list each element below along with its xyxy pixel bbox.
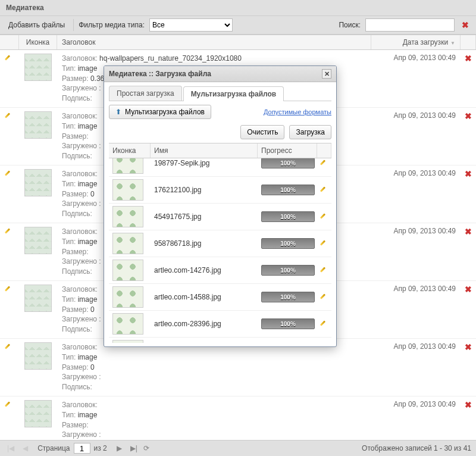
- dlg-col-icon[interactable]: Иконка: [109, 143, 151, 158]
- edit-icon[interactable]: [321, 266, 329, 274]
- upload-thumb: [112, 206, 143, 227]
- dialog-close-icon[interactable]: ✕: [322, 69, 331, 79]
- upload-thumb: [112, 158, 143, 174]
- edit-icon[interactable]: [5, 111, 14, 120]
- upload-row[interactable]: artleo.com-14276.jpg100%: [109, 257, 331, 284]
- pager-first-icon[interactable]: |◀: [5, 443, 17, 454]
- pager-display-info: Отображено записей 1 - 30 из 41: [362, 444, 471, 452]
- dialog-tabs: Простая загрузка Мультизагрузка файлов: [109, 86, 331, 101]
- thumbnail[interactable]: [24, 54, 52, 81]
- edit-icon[interactable]: [5, 342, 14, 351]
- row-date: Апр 09, 2013 00:49: [371, 165, 461, 223]
- delete-icon[interactable]: ✖: [462, 169, 474, 179]
- app-title: Медиатека: [0, 0, 476, 16]
- add-files-button[interactable]: Добавить файлы: [5, 19, 68, 31]
- upload-thumb: [112, 233, 143, 254]
- pager: |◀ ◀ Страница из 2 ▶ ▶| ⟳ Отображено зап…: [0, 440, 476, 456]
- upload-row[interactable]: artleo.com-28396.jpg100%: [109, 311, 331, 338]
- edit-icon[interactable]: [321, 319, 329, 327]
- row-date: Апр 09, 2013 00:49: [371, 281, 461, 338]
- thumbnail[interactable]: [24, 400, 52, 427]
- dlg-col-progress[interactable]: Прогресс: [258, 143, 317, 158]
- upload-thumb: [112, 260, 143, 281]
- clear-button[interactable]: Очистить: [240, 125, 284, 139]
- upload-row[interactable]: artleo.com-41588.jpg100%: [109, 338, 331, 343]
- pager-of-label: из 2: [94, 444, 107, 452]
- pager-prev-icon[interactable]: ◀: [20, 443, 30, 454]
- main-toolbar: Добавить файлы Фильтр медиа типа: Все По…: [0, 16, 476, 35]
- edit-icon[interactable]: [321, 212, 329, 220]
- multi-upload-button[interactable]: ⬆ Мультизагрузка файлов: [109, 105, 211, 119]
- pager-next-icon[interactable]: ▶: [114, 443, 124, 454]
- tab-simple-upload[interactable]: Простая загрузка: [109, 86, 182, 101]
- delete-icon[interactable]: ✖: [462, 111, 474, 121]
- edit-icon[interactable]: [5, 227, 14, 235]
- delete-icon[interactable]: ✖: [462, 285, 474, 294]
- delete-icon[interactable]: ✖: [462, 342, 474, 352]
- upload-filename: artleo.com-14588.jpg: [151, 291, 258, 304]
- row-date: Апр 09, 2013 00:49: [371, 108, 461, 165]
- dlg-col-name[interactable]: Имя: [151, 143, 258, 158]
- edit-icon[interactable]: [321, 158, 329, 167]
- progress-bar: 100%: [261, 158, 315, 168]
- col-header-date[interactable]: Дата загрузки: [371, 35, 461, 49]
- thumbnail[interactable]: [24, 169, 52, 196]
- toolbar-separator: [73, 19, 74, 31]
- tab-multi-upload[interactable]: Мультизагрузка файлов: [183, 86, 284, 101]
- delete-icon[interactable]: ✖: [462, 400, 474, 410]
- progress-bar: 100%: [261, 265, 315, 276]
- thumbnail[interactable]: [24, 227, 52, 254]
- row-details: Заголовок: Тип: imageРазмер: 0Загружено …: [57, 339, 371, 396]
- thumbnail[interactable]: [24, 111, 52, 139]
- table-row[interactable]: Заголовок: Тип: imageРазмер: 0Загружено …: [0, 339, 476, 396]
- edit-icon[interactable]: [5, 54, 14, 62]
- upload-row[interactable]: artleo.com-14588.jpg100%: [109, 284, 331, 311]
- allowed-formats-link[interactable]: Допустимые форматы: [264, 108, 331, 115]
- thumbnail[interactable]: [24, 285, 52, 312]
- upload-row[interactable]: 176212100.jpg100%: [109, 177, 331, 204]
- row-date: Апр 09, 2013 00:49: [371, 339, 461, 396]
- search-label: Поиск:: [339, 21, 361, 29]
- grid-header: Иконка Заголовок Дата загрузки: [0, 35, 476, 50]
- upload-row[interactable]: 454917675.jpg100%: [109, 204, 331, 230]
- col-header-title[interactable]: Заголовок: [57, 35, 371, 49]
- upload-thumb: [112, 340, 143, 343]
- media-filter-label: Фильтр медиа типа:: [79, 21, 145, 29]
- clear-search-icon[interactable]: ✖: [459, 20, 471, 30]
- upload-dialog: Медиатека :: Загрузка файла ✕ Простая за…: [104, 65, 337, 347]
- row-details: Заголовок: Тип: imageРазмер: Загружено :…: [57, 396, 371, 443]
- pager-last-icon[interactable]: ▶|: [128, 443, 140, 454]
- upload-grid-header: Иконка Имя Прогресс: [109, 143, 331, 158]
- upload-grid-body[interactable]: 198797-Sepik.jpg100%176212100.jpg100%454…: [109, 158, 331, 343]
- delete-icon[interactable]: ✖: [462, 54, 474, 63]
- edit-icon[interactable]: [5, 169, 14, 177]
- media-filter-select[interactable]: Все: [149, 18, 233, 32]
- table-row[interactable]: Заголовок: Тип: imageРазмер: Загружено :…: [0, 396, 476, 443]
- delete-icon[interactable]: ✖: [462, 227, 474, 236]
- upload-filename: 176212100.jpg: [151, 183, 258, 196]
- progress-bar: 100%: [261, 211, 315, 222]
- pager-refresh-icon[interactable]: ⟳: [143, 444, 149, 452]
- col-header-icon[interactable]: Иконка: [19, 35, 57, 49]
- edit-icon[interactable]: [321, 185, 329, 193]
- thumbnail[interactable]: [24, 342, 52, 370]
- dialog-title-text: Медиатека :: Загрузка файла: [109, 70, 211, 78]
- upload-thumb: [112, 179, 143, 201]
- row-date: Апр 09, 2013 00:49: [371, 223, 461, 280]
- row-date: Апр 09, 2013 00:49: [371, 396, 461, 443]
- upload-filename: 958786718.jpg: [151, 237, 258, 250]
- upload-filename: artleo.com-28396.jpg: [151, 317, 258, 330]
- pager-page-input[interactable]: [74, 443, 90, 454]
- edit-icon[interactable]: [5, 400, 14, 408]
- progress-bar: 100%: [261, 238, 315, 249]
- progress-bar: 100%: [261, 292, 315, 302]
- upload-button[interactable]: Загрузка: [289, 125, 331, 139]
- upload-filename: 454917675.jpg: [151, 210, 258, 223]
- upload-row[interactable]: 198797-Sepik.jpg100%: [109, 158, 331, 177]
- edit-icon[interactable]: [321, 292, 329, 301]
- edit-icon[interactable]: [321, 239, 329, 247]
- dialog-titlebar[interactable]: Медиатека :: Загрузка файла ✕: [104, 66, 336, 82]
- edit-icon[interactable]: [5, 285, 14, 293]
- upload-row[interactable]: 958786718.jpg100%: [109, 230, 331, 257]
- search-input[interactable]: [365, 18, 455, 32]
